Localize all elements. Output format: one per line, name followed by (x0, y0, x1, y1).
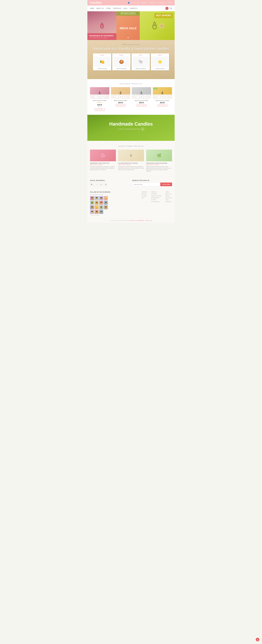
collection-product-3-price: $5.00 (133, 54, 149, 56)
top-link-my-account[interactable]: MY ACCOUNT (131, 2, 140, 4)
fb-avatar-15: 👩 (99, 210, 103, 214)
blog-grid: 🌸 SEABOSERDE TYERIT AESRTYATYA August 26… (90, 150, 172, 172)
top-link-delivery[interactable]: DELIVERY (141, 2, 148, 4)
footer-link-store[interactable]: STORE (165, 195, 172, 196)
top-header: Candles 👤 MY ACCOUNT DELIVERY CHECKOUT M… (87, 0, 175, 6)
footer-col-2: CANDLES LUXURIES CANDLE HOLDERS FRAGRANC… (151, 192, 162, 203)
subscribe-button[interactable]: SUBSCRIBE (160, 182, 172, 186)
collection-product-4-price: $9.00 (152, 54, 168, 56)
wishlist-btn-1[interactable]: ♡ (95, 95, 97, 98)
footer-link-home[interactable]: HOME (165, 192, 172, 192)
hero-mega-sale: MEGA SALE (120, 27, 137, 30)
featured-section: FEATURED PRODUCTS 🕯 ♡ ⇄ 👁 SENUAS MIUTASA… (87, 79, 175, 115)
collection-product-2-name: Dictycus Munasares (113, 68, 129, 69)
search-icon[interactable]: 🔍 (170, 7, 172, 10)
footer-link-blog[interactable]: BLOG (165, 199, 172, 200)
blog-card-1: 🌸 SEABOSERDE TYERIT AESRTYATYA August 26… (90, 150, 116, 172)
footer-link-candles[interactable]: CANDLES (151, 192, 162, 192)
collection-product-1-name: Laoretalle Moyerse (94, 68, 110, 69)
collection-product-3-name: Odisquse Nactilbuss (133, 68, 149, 69)
quickview-btn-2[interactable]: 👁 (123, 95, 126, 98)
wishlist-btn-3[interactable]: ♡ (136, 95, 139, 98)
add-to-cart-btn-3[interactable]: ADD TO CART (137, 104, 146, 106)
fb-avatar-3: 👧 (99, 196, 103, 200)
footer-link-pillars[interactable]: PILLARS (151, 199, 162, 200)
footer-link-accessories[interactable]: ACCESSORIES (151, 201, 162, 202)
facebook-icon[interactable]: f (95, 182, 98, 186)
top-link-log-in[interactable]: LOG IN (168, 2, 172, 4)
blog-img-2: 🕯 (118, 150, 144, 161)
featured-card-4: sale 🕯 ♡ ⇄ 👁 SENUAS MIUTASARES $28.55 AD… (153, 87, 172, 111)
featured-name-3: SENUAS MIUTASARES (132, 100, 151, 101)
collection-product-1: $12.00 🍋 Laoretalle Moyerse (93, 54, 111, 70)
footer-link-wishlist[interactable]: WISHLIST (142, 193, 147, 194)
featured-price-4: $28.55 (153, 102, 172, 104)
footer-link-portfolio[interactable]: PORTFOLIO (165, 197, 172, 198)
blog-excerpt-3: Mablem adipisantit incidest adenteya tus… (146, 166, 172, 172)
quickview-btn-4[interactable]: 👁 (165, 95, 167, 98)
video-title: Handmade Candles (90, 121, 172, 127)
newsletter-email-input[interactable] (132, 182, 160, 186)
add-to-cart-btn-1[interactable]: ADD TO CART (95, 108, 105, 111)
fb-likes-count: 16,012 people like this page. (90, 194, 112, 195)
footer-privacy-link[interactable]: Privacy Policy (145, 220, 152, 221)
nav-home[interactable]: HOME (90, 8, 94, 9)
video-presentation: VIDEO PRESENTATION ▶ (90, 128, 172, 130)
add-to-cart-btn-4[interactable]: ADD TO CART (157, 104, 167, 106)
fb-avatars: 👩 👦 👧 👱 🧔 👩 👦 👧 👩 👱 🧔 👩 👦 👧 👩 (90, 196, 111, 214)
quickview-btn-3[interactable]: 👁 (144, 95, 147, 98)
compare-btn-2[interactable]: ⇄ (119, 95, 122, 98)
new-collection-title: Handmade eco friendly & hand painted can… (90, 46, 172, 51)
footer-link-about[interactable]: ABOUT US (165, 193, 172, 194)
compare-btn-1[interactable]: ⇄ (98, 95, 101, 98)
social-section: SOCIAL NETWORKS 🐦 f g+ 📡 (90, 180, 130, 186)
featured-card-4-img: sale 🕯 ♡ ⇄ 👁 (153, 87, 172, 99)
hero-slide-right: 🕯 🌸 HOT OFFERS (140, 11, 175, 40)
nav-store[interactable]: STORE (106, 8, 111, 9)
featured-name-2: SENUAS MIUTASARES (111, 100, 130, 101)
fb-avatar-13: 👦 (90, 210, 94, 214)
quickview-btn-1[interactable]: 👁 (102, 95, 105, 98)
featured-name-4: SENUAS MIUTASARES (153, 100, 172, 101)
googleplus-icon[interactable]: g+ (99, 182, 103, 186)
hero-hot-offers-badge: HOT OFFERS (154, 13, 173, 18)
hero-arrow-down[interactable]: ▼ (127, 36, 129, 39)
wishlist-btn-2[interactable]: ♡ (115, 95, 118, 98)
footer-link-luxuries[interactable]: LUXURIES (151, 193, 162, 194)
hero-arrow-up[interactable]: ▲ (100, 24, 104, 28)
nav-contacts[interactable]: CONTACTS (130, 8, 137, 9)
featured-card-3: 🕯 ♡ ⇄ 👁 SENUAS MIUTASARES $28.55 ADD TO … (132, 87, 151, 111)
compare-btn-3[interactable]: ⇄ (140, 95, 143, 98)
nav-portfolio[interactable]: PORTFOLIO (113, 8, 121, 9)
footer-link-delivery[interactable]: DELIVERY (142, 195, 147, 196)
social-title: SOCIAL NETWORKS (90, 180, 130, 181)
main-nav-links: HOME ABOUT US STORE PORTFOLIO BLOG CONTA… (90, 8, 137, 9)
blog-meta-2: August 26, 2015 | 4 Comments (118, 164, 144, 165)
newsletter-section: NEWSLETTER SIGN UP SUBSCRIBE (132, 180, 172, 186)
footer-link-download[interactable]: DownloadEBSD (136, 220, 144, 221)
footer-top: SOCIAL NETWORKS 🐦 f g+ 📡 NEWSLETTER SIGN… (87, 176, 175, 190)
nav-about[interactable]: ABOUT US (96, 8, 104, 9)
blog-excerpt-2: Rectorget tuertic cliamant storteyer son… (118, 166, 144, 170)
footer-link-help[interactable]: HELP (142, 197, 147, 198)
footer-link-contacts[interactable]: CONTACTS (165, 201, 172, 202)
footer-link-wp[interactable]: WPMLU10 (130, 220, 135, 221)
video-section: Handmade Candles VIDEO PRESENTATION ▶ (87, 115, 175, 141)
top-link-checkout[interactable]: CHECKOUT (149, 2, 156, 4)
top-link-my-wishlist[interactable]: MY WISHLIST (158, 2, 166, 4)
lemon-candle-icon: 🍋 (100, 60, 105, 64)
cart-button[interactable]: 🛒 (165, 7, 169, 10)
footer-link-fragrances[interactable]: FRAGRANCES (151, 197, 162, 198)
twitter-icon[interactable]: 🐦 (90, 182, 94, 186)
footer-link-candle-holders[interactable]: CANDLE HOLDERS (151, 195, 162, 196)
rss-icon[interactable]: 📡 (104, 182, 108, 186)
blog-section-title: LATEST FROM THE BLOG (90, 146, 172, 147)
footer-link-compare[interactable]: COMPARE (142, 192, 147, 192)
compare-btn-4[interactable]: ⇄ (161, 95, 164, 98)
add-to-cart-btn-2[interactable]: ADD TO CART (116, 104, 125, 106)
wishlist-btn-4[interactable]: ♡ (157, 95, 160, 98)
collection-product-3-img: 🐚 (133, 56, 149, 67)
blog-card-3: 🌿 VURES MAGNI DOLORES EO QUITIONE August… (146, 150, 172, 172)
nav-blog[interactable]: BLOG (124, 8, 127, 9)
play-button[interactable]: ▶ (142, 128, 144, 130)
